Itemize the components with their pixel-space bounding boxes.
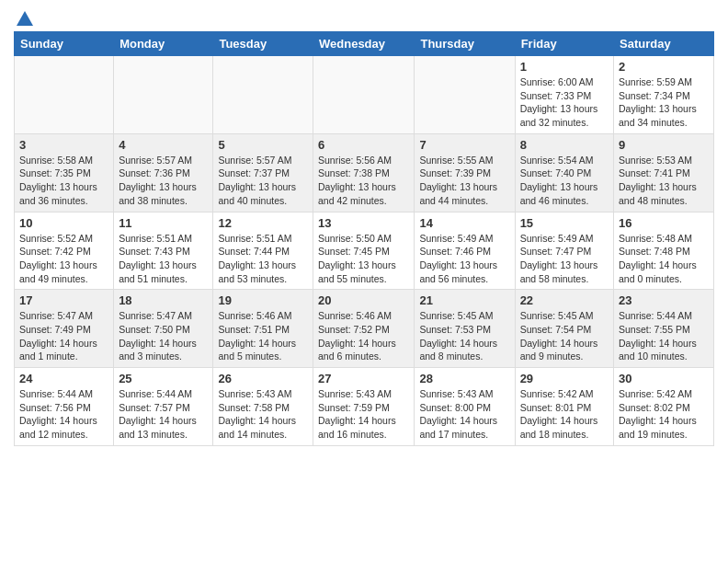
day-info: Sunrise: 5:48 AM Sunset: 7:48 PM Dayligh… [619, 232, 709, 286]
calendar-cell: 24Sunrise: 5:44 AM Sunset: 7:56 PM Dayli… [15, 368, 114, 446]
day-info: Sunrise: 5:52 AM Sunset: 7:42 PM Dayligh… [19, 232, 108, 286]
calendar-cell: 18Sunrise: 5:47 AM Sunset: 7:50 PM Dayli… [114, 290, 213, 368]
calendar-cell: 2Sunrise: 5:59 AM Sunset: 7:34 PM Daylig… [614, 56, 714, 134]
calendar-cell: 14Sunrise: 5:49 AM Sunset: 7:46 PM Dayli… [415, 212, 515, 290]
calendar-cell: 13Sunrise: 5:50 AM Sunset: 7:45 PM Dayli… [313, 212, 415, 290]
day-info: Sunrise: 5:45 AM Sunset: 7:53 PM Dayligh… [419, 309, 509, 363]
calendar-week-row: 10Sunrise: 5:52 AM Sunset: 7:42 PM Dayli… [15, 212, 714, 290]
calendar-header: SundayMondayTuesdayWednesdayThursdayFrid… [15, 32, 714, 56]
day-number: 8 [520, 138, 609, 152]
day-info: Sunrise: 5:44 AM Sunset: 7:57 PM Dayligh… [119, 387, 208, 442]
calendar-header-row: SundayMondayTuesdayWednesdayThursdayFrid… [15, 32, 714, 56]
calendar-week-row: 1Sunrise: 6:00 AM Sunset: 7:33 PM Daylig… [15, 56, 714, 134]
day-info: Sunrise: 5:58 AM Sunset: 7:35 PM Dayligh… [19, 154, 108, 208]
day-info: Sunrise: 5:51 AM Sunset: 7:44 PM Dayligh… [218, 232, 308, 286]
day-number: 17 [19, 293, 108, 307]
calendar-header-cell: Wednesday [313, 32, 415, 56]
day-info: Sunrise: 5:55 AM Sunset: 7:39 PM Dayligh… [419, 154, 509, 208]
day-number: 16 [619, 216, 709, 230]
day-info: Sunrise: 5:57 AM Sunset: 7:37 PM Dayligh… [218, 154, 308, 208]
day-info: Sunrise: 5:44 AM Sunset: 7:55 PM Dayligh… [619, 309, 709, 363]
day-info: Sunrise: 5:49 AM Sunset: 7:47 PM Dayligh… [520, 232, 609, 286]
day-info: Sunrise: 5:42 AM Sunset: 8:02 PM Dayligh… [619, 387, 709, 442]
day-number: 11 [119, 216, 208, 230]
logo [14, 13, 33, 26]
day-info: Sunrise: 5:46 AM Sunset: 7:52 PM Dayligh… [318, 309, 409, 363]
day-number: 12 [218, 216, 308, 230]
calendar-cell: 25Sunrise: 5:44 AM Sunset: 7:57 PM Dayli… [114, 368, 213, 446]
calendar-header-cell: Friday [515, 32, 613, 56]
calendar-cell [15, 56, 114, 134]
calendar-header-cell: Sunday [15, 32, 114, 56]
calendar-cell: 4Sunrise: 5:57 AM Sunset: 7:36 PM Daylig… [114, 133, 213, 212]
day-info: Sunrise: 5:44 AM Sunset: 7:56 PM Dayligh… [19, 387, 108, 442]
calendar-cell: 26Sunrise: 5:43 AM Sunset: 7:58 PM Dayli… [213, 368, 313, 446]
calendar-cell [114, 56, 213, 134]
calendar-cell: 29Sunrise: 5:42 AM Sunset: 8:01 PM Dayli… [515, 368, 613, 446]
day-info: Sunrise: 5:53 AM Sunset: 7:41 PM Dayligh… [619, 154, 709, 208]
day-number: 3 [19, 138, 108, 152]
day-info: Sunrise: 5:56 AM Sunset: 7:38 PM Dayligh… [318, 154, 409, 208]
day-number: 13 [318, 216, 409, 230]
day-number: 26 [218, 372, 308, 385]
day-number: 30 [619, 372, 709, 385]
day-number: 7 [419, 138, 509, 152]
calendar-cell: 30Sunrise: 5:42 AM Sunset: 8:02 PM Dayli… [614, 368, 714, 446]
day-number: 2 [619, 60, 709, 74]
day-number: 25 [119, 372, 208, 385]
day-info: Sunrise: 5:49 AM Sunset: 7:46 PM Dayligh… [419, 232, 509, 286]
calendar-header-cell: Saturday [614, 32, 714, 56]
day-info: Sunrise: 5:54 AM Sunset: 7:40 PM Dayligh… [520, 154, 609, 208]
day-info: Sunrise: 5:43 AM Sunset: 7:58 PM Dayligh… [218, 387, 308, 442]
day-info: Sunrise: 5:46 AM Sunset: 7:51 PM Dayligh… [218, 309, 308, 363]
day-number: 24 [19, 372, 108, 385]
day-number: 1 [520, 60, 609, 74]
calendar-cell: 3Sunrise: 5:58 AM Sunset: 7:35 PM Daylig… [15, 133, 114, 212]
calendar-cell: 19Sunrise: 5:46 AM Sunset: 7:51 PM Dayli… [213, 290, 313, 368]
day-number: 4 [119, 138, 208, 152]
day-number: 10 [19, 216, 108, 230]
day-info: Sunrise: 5:45 AM Sunset: 7:54 PM Dayligh… [520, 309, 609, 363]
day-number: 15 [520, 216, 609, 230]
calendar-cell: 27Sunrise: 5:43 AM Sunset: 7:59 PM Dayli… [313, 368, 415, 446]
calendar-cell: 7Sunrise: 5:55 AM Sunset: 7:39 PM Daylig… [415, 133, 515, 212]
calendar-cell: 15Sunrise: 5:49 AM Sunset: 7:47 PM Dayli… [515, 212, 613, 290]
calendar-cell: 6Sunrise: 5:56 AM Sunset: 7:38 PM Daylig… [313, 133, 415, 212]
day-number: 14 [419, 216, 509, 230]
calendar-cell [313, 56, 415, 134]
logo-triangle-icon [17, 11, 33, 26]
calendar-week-row: 17Sunrise: 5:47 AM Sunset: 7:49 PM Dayli… [15, 290, 714, 368]
day-info: Sunrise: 5:47 AM Sunset: 7:49 PM Dayligh… [19, 309, 108, 363]
calendar-body: 1Sunrise: 6:00 AM Sunset: 7:33 PM Daylig… [15, 56, 714, 446]
day-number: 19 [218, 293, 308, 307]
day-info: Sunrise: 5:50 AM Sunset: 7:45 PM Dayligh… [318, 232, 409, 286]
day-number: 23 [619, 293, 709, 307]
day-number: 5 [218, 138, 308, 152]
day-info: Sunrise: 5:47 AM Sunset: 7:50 PM Dayligh… [119, 309, 208, 363]
day-number: 29 [520, 372, 609, 385]
day-number: 9 [619, 138, 709, 152]
calendar-table: SundayMondayTuesdayWednesdayThursdayFrid… [14, 31, 714, 446]
calendar-cell: 1Sunrise: 6:00 AM Sunset: 7:33 PM Daylig… [515, 56, 613, 134]
day-info: Sunrise: 5:59 AM Sunset: 7:34 PM Dayligh… [619, 75, 709, 130]
calendar-header-cell: Monday [114, 32, 213, 56]
day-info: Sunrise: 6:00 AM Sunset: 7:33 PM Dayligh… [520, 75, 609, 130]
calendar-cell: 28Sunrise: 5:43 AM Sunset: 8:00 PM Dayli… [415, 368, 515, 446]
day-number: 28 [419, 372, 509, 385]
calendar-cell: 11Sunrise: 5:51 AM Sunset: 7:43 PM Dayli… [114, 212, 213, 290]
day-number: 20 [318, 293, 409, 307]
calendar-cell: 21Sunrise: 5:45 AM Sunset: 7:53 PM Dayli… [415, 290, 515, 368]
calendar-cell: 22Sunrise: 5:45 AM Sunset: 7:54 PM Dayli… [515, 290, 613, 368]
calendar-cell: 12Sunrise: 5:51 AM Sunset: 7:44 PM Dayli… [213, 212, 313, 290]
day-info: Sunrise: 5:42 AM Sunset: 8:01 PM Dayligh… [520, 387, 609, 442]
calendar-week-row: 24Sunrise: 5:44 AM Sunset: 7:56 PM Dayli… [15, 368, 714, 446]
calendar-cell: 10Sunrise: 5:52 AM Sunset: 7:42 PM Dayli… [15, 212, 114, 290]
day-number: 27 [318, 372, 409, 385]
day-info: Sunrise: 5:43 AM Sunset: 8:00 PM Dayligh… [419, 387, 509, 442]
day-number: 18 [119, 293, 208, 307]
calendar-cell [213, 56, 313, 134]
calendar-cell: 5Sunrise: 5:57 AM Sunset: 7:37 PM Daylig… [213, 133, 313, 212]
calendar-cell: 16Sunrise: 5:48 AM Sunset: 7:48 PM Dayli… [614, 212, 714, 290]
calendar-week-row: 3Sunrise: 5:58 AM Sunset: 7:35 PM Daylig… [15, 133, 714, 212]
day-number: 22 [520, 293, 609, 307]
